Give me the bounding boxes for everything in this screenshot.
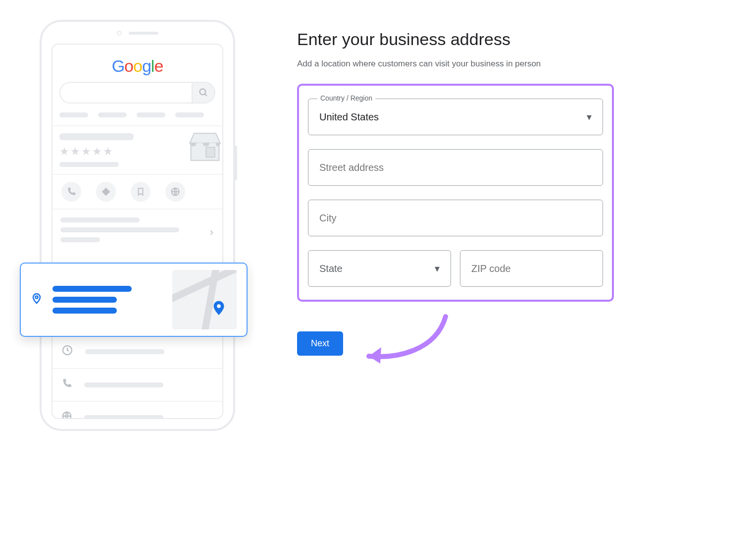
chevron-right-icon: › (210, 226, 213, 239)
caret-down-icon: ▾ (587, 111, 592, 123)
phone-frame: Google ★★★★★ (40, 20, 235, 431)
location-card-highlight (20, 263, 248, 337)
state-select[interactable]: State ▾ (308, 250, 451, 287)
phone-notch (117, 31, 158, 36)
search-icon (192, 82, 215, 104)
bookmark-icon (131, 182, 151, 202)
text-section-illustration: › (52, 209, 222, 255)
map-thumbnail (172, 270, 237, 329)
phone-screen: Google ★★★★★ (51, 44, 223, 419)
map-pin-large-icon (210, 297, 228, 323)
svg-rect-3 (206, 148, 215, 158)
hours-row-illustration (52, 334, 222, 368)
country-select[interactable]: Country / Region United States ▾ (308, 99, 603, 135)
zip-field[interactable] (471, 263, 592, 274)
next-button[interactable]: Next (297, 331, 343, 356)
form-fields-callout: Country / Region United States ▾ State ▾ (297, 84, 614, 302)
city-input[interactable] (308, 200, 603, 236)
globe-icon (165, 182, 185, 202)
caret-down-icon: ▾ (435, 263, 440, 274)
phone-illustration: Google ★★★★★ (30, 20, 238, 515)
state-placeholder: State (319, 263, 343, 274)
action-icons (52, 174, 222, 209)
search-bar-illustration (59, 82, 215, 104)
zip-input[interactable] (460, 250, 603, 287)
country-value: United States (319, 111, 379, 123)
clock-icon (61, 344, 73, 359)
phone-small-icon (61, 378, 72, 392)
svg-point-7 (36, 296, 38, 298)
directions-icon (96, 182, 116, 202)
phone-row-illustration (52, 368, 222, 401)
street-address-field[interactable] (319, 162, 592, 173)
website-row-illustration (52, 401, 222, 419)
country-label: Country / Region (317, 94, 375, 102)
chip-row (52, 109, 222, 125)
svg-line-1 (205, 94, 207, 96)
svg-point-0 (200, 89, 206, 95)
page-subtitle: Add a location where customers can visit… (297, 59, 614, 69)
storefront-icon (188, 126, 222, 162)
location-lines (52, 281, 132, 319)
annotation-arrow-icon (356, 312, 455, 371)
address-form: Enter your business address Add a locati… (297, 20, 614, 515)
street-address-input[interactable] (308, 149, 603, 186)
globe-small-icon (61, 411, 72, 419)
map-pin-icon (31, 291, 43, 309)
city-field[interactable] (319, 213, 592, 224)
page-title: Enter your business address (297, 30, 614, 49)
google-logo: Google (52, 45, 222, 82)
business-card-illustration: ★★★★★ (52, 125, 222, 174)
svg-point-8 (217, 304, 221, 308)
phone-icon (61, 182, 81, 202)
